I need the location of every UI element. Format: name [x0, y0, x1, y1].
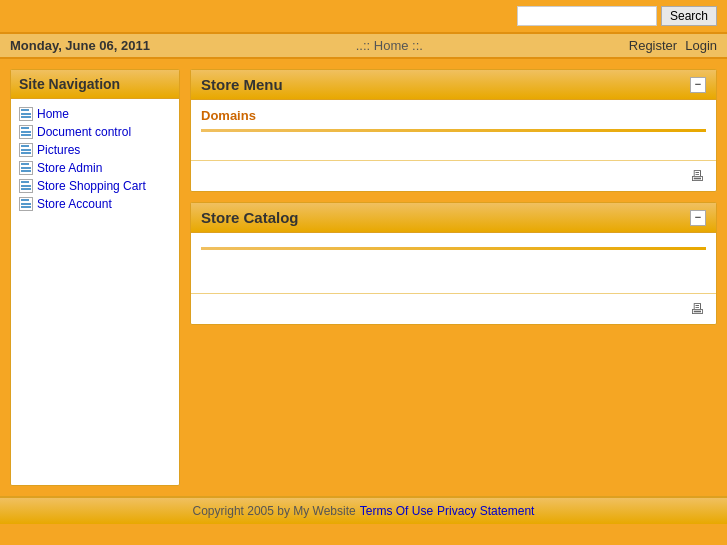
- top-bar: Search: [0, 0, 727, 33]
- sidebar-item-document-control[interactable]: Document control: [37, 125, 131, 139]
- list-item: Pictures: [15, 141, 175, 159]
- sidebar-title: Site Navigation: [11, 70, 179, 99]
- footer-copyright: Copyright 2005 by My Website: [193, 504, 356, 518]
- breadcrumb-home[interactable]: Home: [374, 38, 409, 53]
- list-item: Store Admin: [15, 159, 175, 177]
- print-icon[interactable]: 🖶: [686, 165, 708, 187]
- sidebar-item-store-admin[interactable]: Store Admin: [37, 161, 102, 175]
- list-item: Document control: [15, 123, 175, 141]
- store-menu-collapse-button[interactable]: −: [690, 77, 706, 93]
- print-icon[interactable]: 🖶: [686, 298, 708, 320]
- footer-privacy-link[interactable]: Privacy Statement: [437, 504, 534, 518]
- nav-date: Monday, June 06, 2011: [10, 38, 150, 53]
- store-catalog-footer: 🖶: [191, 293, 716, 324]
- page-icon: [19, 125, 33, 139]
- search-input[interactable]: [517, 6, 657, 26]
- search-button[interactable]: Search: [661, 6, 717, 26]
- main-content: Site Navigation Home Document control Pi…: [0, 59, 727, 496]
- sidebar-item-pictures[interactable]: Pictures: [37, 143, 80, 157]
- domains-link[interactable]: Domains: [201, 108, 256, 123]
- page-icon: [19, 107, 33, 121]
- store-menu-panel: Store Menu − Domains 🖶: [190, 69, 717, 192]
- store-menu-footer: 🖶: [191, 160, 716, 191]
- search-form: Search: [517, 6, 717, 26]
- store-catalog-panel: Store Catalog − 🖶: [190, 202, 717, 325]
- page-icon: [19, 197, 33, 211]
- sidebar-item-home[interactable]: Home: [37, 107, 69, 121]
- breadcrumb-suffix: ::.: [409, 38, 423, 53]
- panel-divider: [201, 247, 706, 250]
- store-menu-title: Store Menu: [201, 76, 283, 93]
- footer: Copyright 2005 by My Website Terms Of Us…: [0, 496, 727, 524]
- register-link[interactable]: Register: [629, 38, 677, 53]
- breadcrumb: ..:: Home ::.: [356, 38, 423, 53]
- page-icon: [19, 161, 33, 175]
- page-icon: [19, 143, 33, 157]
- store-catalog-body: [191, 233, 716, 293]
- sidebar-item-store-shopping-cart[interactable]: Store Shopping Cart: [37, 179, 146, 193]
- list-item: Home: [15, 105, 175, 123]
- panel-divider: [201, 129, 706, 132]
- list-item: Store Account: [15, 195, 175, 213]
- breadcrumb-prefix: ..::: [356, 38, 374, 53]
- right-content: Store Menu − Domains 🖶 Store Catalog − 🖶: [190, 69, 717, 486]
- sidebar-item-store-account[interactable]: Store Account: [37, 197, 112, 211]
- nav-links: Register Login: [629, 38, 717, 53]
- store-catalog-collapse-button[interactable]: −: [690, 210, 706, 226]
- store-menu-body: Domains: [191, 100, 716, 160]
- sidebar: Site Navigation Home Document control Pi…: [10, 69, 180, 486]
- store-catalog-header: Store Catalog −: [191, 203, 716, 233]
- list-item: Store Shopping Cart: [15, 177, 175, 195]
- sidebar-nav: Home Document control Pictures Store Adm…: [11, 99, 179, 219]
- store-catalog-title: Store Catalog: [201, 209, 299, 226]
- page-icon: [19, 179, 33, 193]
- footer-terms-link[interactable]: Terms Of Use: [360, 504, 433, 518]
- login-link[interactable]: Login: [685, 38, 717, 53]
- store-menu-header: Store Menu −: [191, 70, 716, 100]
- nav-bar: Monday, June 06, 2011 ..:: Home ::. Regi…: [0, 33, 727, 59]
